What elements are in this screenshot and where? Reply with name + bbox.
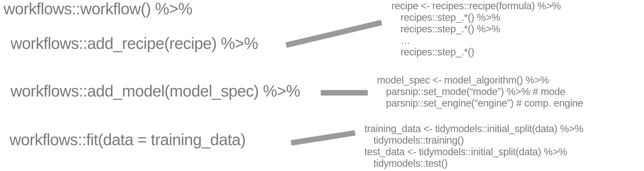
code-line-fit: workflows::fit(data = training_data) xyxy=(10,131,245,148)
model-line-2: parsnip::set_mode(“mode”) %>% # mode xyxy=(377,86,583,97)
model-line-1: model_spec <- model_algorithm() %>% xyxy=(377,74,583,86)
arrow-icon xyxy=(319,85,374,100)
data-line-1: training_data <- tidymodels::initial_spl… xyxy=(364,123,583,134)
recipe-line-5: recipes::step_.*() xyxy=(392,46,561,58)
recipe-definition-block: recipe <- recipes::recipe(formula) %>% r… xyxy=(392,0,561,58)
recipe-line-2: recipes::step_.*() %>% xyxy=(392,12,561,23)
svg-line-5 xyxy=(291,133,355,143)
arrow-icon xyxy=(289,128,361,148)
svg-line-1 xyxy=(286,23,381,45)
arrow-icon xyxy=(284,15,389,50)
recipe-line-1: recipe <- recipes::recipe(formula) %>% xyxy=(392,0,561,12)
data-line-3: test_data <- tidymodels::initial_split(d… xyxy=(364,146,583,157)
model-line-3: parsnip::set_engine(“engine”) # comp. en… xyxy=(377,97,583,109)
code-line-add-model: workflows::add_model(model_spec) %>% xyxy=(11,83,300,100)
recipe-line-ellipsis: … xyxy=(392,35,561,46)
code-line-add-recipe: workflows::add_recipe(recipe) %>% xyxy=(11,35,258,52)
model-spec-definition-block: model_spec <- model_algorithm() %>% pars… xyxy=(377,74,583,109)
data-line-4: tidymodels::test() xyxy=(364,157,583,169)
training-data-definition-block: training_data <- tidymodels::initial_spl… xyxy=(364,123,583,169)
code-line-workflow: workflows::workflow() %>% xyxy=(4,1,192,17)
recipe-line-3: recipes::step_.*() %>% xyxy=(392,23,561,35)
data-line-2: tidymodels::training() xyxy=(364,134,583,146)
